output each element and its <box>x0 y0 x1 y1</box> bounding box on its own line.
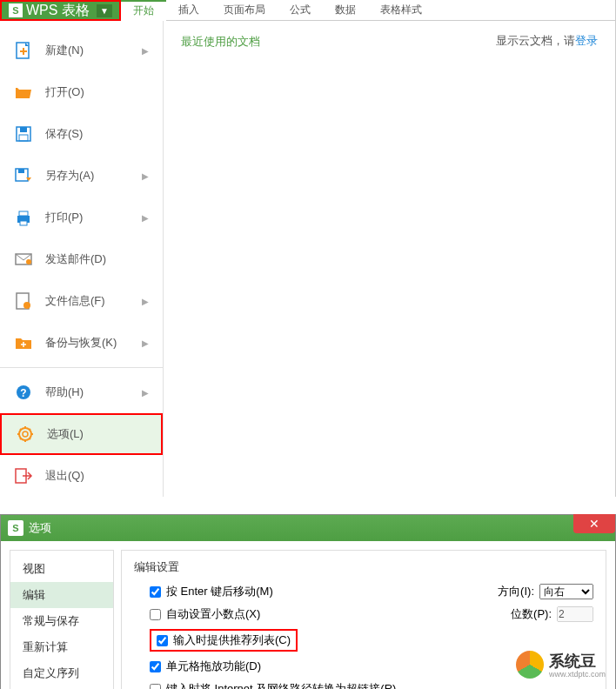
folder-open-icon <box>14 83 33 102</box>
menu-label: 文件信息(F) <box>45 293 142 309</box>
tab-formula[interactable]: 公式 <box>278 0 323 21</box>
menu-label: 打开(O) <box>45 84 149 100</box>
svg-rect-9 <box>19 211 28 216</box>
checkbox-autocomplete[interactable] <box>157 635 168 646</box>
direction-label: 方向(I): <box>498 584 534 599</box>
login-link[interactable]: 登录 <box>575 34 598 47</box>
menu-label: 退出(Q) <box>45 468 149 484</box>
menu-help[interactable]: ? 帮助(H) ▶ <box>0 371 163 413</box>
backup-icon <box>14 333 33 352</box>
checkbox-label: 输入时提供推荐列表(C) <box>173 632 291 648</box>
options-sidebar: 视图 编辑 常规与保存 重新计算 自定义序列 <box>10 550 114 689</box>
checkbox-enter-move[interactable] <box>150 586 161 598</box>
places-label: 位数(P): <box>511 606 552 622</box>
svg-rect-7 <box>18 169 24 173</box>
watermark: 系统豆 www.xtdptc.com <box>516 651 606 679</box>
menu-file-info[interactable]: 文件信息(F) ▶ <box>0 280 163 322</box>
direction-select[interactable]: 向右 <box>539 584 593 599</box>
watermark-logo-icon <box>516 651 544 679</box>
checkbox-label: 自动设置小数点(X) <box>166 606 260 622</box>
svg-point-17 <box>19 428 31 440</box>
gear-icon <box>16 425 35 444</box>
close-button[interactable]: ✕ <box>573 514 615 533</box>
dropdown-icon[interactable]: ▼ <box>97 4 112 17</box>
menu-save[interactable]: 保存(S) <box>0 113 163 155</box>
menu-new[interactable]: 新建(N) ▶ <box>0 30 163 71</box>
setting-enter-move: 按 Enter 键后移动(M) 方向(I): 向右 <box>150 584 593 599</box>
svg-point-14 <box>23 302 30 309</box>
sidebar-recalc[interactable]: 重新计算 <box>10 634 113 660</box>
settings-heading: 编辑设置 <box>134 559 593 575</box>
menu-print[interactable]: 打印(P) ▶ <box>0 197 163 238</box>
checkbox-auto-decimal[interactable] <box>150 609 161 620</box>
menu-label: 发送邮件(D) <box>45 251 149 267</box>
menu-backup-restore[interactable]: 备份与恢复(K) ▶ <box>0 322 163 364</box>
menu-label: 新建(N) <box>45 43 142 58</box>
chevron-right-icon: ▶ <box>142 297 149 306</box>
dialog-title: 选项 <box>29 520 608 536</box>
sidebar-general-save[interactable]: 常规与保存 <box>10 608 113 634</box>
save-icon <box>14 124 33 144</box>
menu-send-mail[interactable]: 发送邮件(D) <box>0 238 163 280</box>
exit-icon <box>14 466 33 485</box>
menu-label: 另存为(A) <box>45 168 142 184</box>
tab-insert[interactable]: 插入 <box>166 0 211 21</box>
help-icon: ? <box>14 383 33 402</box>
places-input[interactable] <box>557 606 593 622</box>
menu-label: 帮助(H) <box>45 385 142 400</box>
save-as-icon <box>14 166 33 185</box>
mail-icon <box>14 250 33 269</box>
sidebar-custom-list[interactable]: 自定义序列 <box>10 660 113 686</box>
chevron-right-icon: ▶ <box>142 171 149 181</box>
app-name: WPS 表格 <box>26 2 90 20</box>
menu-label: 选项(L) <box>47 426 147 442</box>
menu-save-as[interactable]: 另存为(A) ▶ <box>0 155 163 197</box>
chevron-right-icon: ▶ <box>142 338 149 348</box>
spreadsheet-icon: S <box>8 520 23 536</box>
menu-divider <box>0 367 163 368</box>
menu-label: 备份与恢复(K) <box>45 335 142 351</box>
svg-rect-4 <box>20 127 27 132</box>
watermark-brand: 系统豆 <box>549 651 606 672</box>
menu-open[interactable]: 打开(O) <box>0 71 163 113</box>
sidebar-view[interactable]: 视图 <box>10 556 113 582</box>
checkbox-drag-drop[interactable] <box>150 661 161 672</box>
chevron-right-icon: ▶ <box>142 388 149 398</box>
menu-label: 打印(P) <box>45 210 142 225</box>
menu-exit[interactable]: 退出(Q) <box>0 455 163 497</box>
tab-layout[interactable]: 页面布局 <box>211 0 278 21</box>
svg-point-18 <box>23 431 28 437</box>
checkbox-label: 键入时将 Internet 及网络路径转换为超链接(R) <box>166 681 396 689</box>
cloud-docs-text: 显示云文档，请登录 <box>496 33 598 49</box>
file-info-icon <box>14 291 33 311</box>
ribbon-tabs: 开始 插入 页面布局 公式 数据 表格样式 <box>121 0 615 21</box>
svg-rect-10 <box>20 221 27 225</box>
tab-tablestyle[interactable]: 表格样式 <box>368 0 434 21</box>
file-menu-sidebar: 新建(N) ▶ 打开(O) 保存(S) 另存为(A) ▶ 打印( <box>0 21 164 497</box>
recent-docs-panel: 最近使用的文档 显示云文档，请登录 <box>164 21 615 497</box>
recent-docs-heading: 最近使用的文档 <box>181 35 260 48</box>
spreadsheet-icon: S <box>9 3 23 17</box>
chevron-right-icon: ▶ <box>142 213 149 223</box>
setting-auto-decimal: 自动设置小数点(X) 位数(P): <box>150 606 593 622</box>
svg-point-12 <box>26 259 31 264</box>
checkbox-label: 单元格拖放功能(D) <box>166 659 261 674</box>
app-header: S WPS 表格 ▼ 开始 插入 页面布局 公式 数据 表格样式 <box>0 0 615 21</box>
print-icon <box>14 208 33 227</box>
dialog-title-bar: S 选项 ✕ <box>1 515 615 541</box>
menu-options[interactable]: 选项(L) <box>0 413 163 455</box>
chevron-right-icon: ▶ <box>142 46 149 56</box>
setting-autocomplete: 输入时提供推荐列表(C) <box>150 629 593 652</box>
watermark-url: www.xtdptc.com <box>549 670 606 679</box>
checkbox-hyperlink[interactable] <box>150 684 161 690</box>
svg-text:?: ? <box>20 387 26 399</box>
checkbox-label: 按 Enter 键后移动(M) <box>166 584 273 599</box>
sidebar-edit[interactable]: 编辑 <box>10 582 113 608</box>
tab-start[interactable]: 开始 <box>121 0 166 21</box>
file-menu: 新建(N) ▶ 打开(O) 保存(S) 另存为(A) ▶ 打印( <box>0 21 615 497</box>
setting-hyperlink: 键入时将 Internet 及网络路径转换为超链接(R) <box>150 681 593 689</box>
app-title[interactable]: S WPS 表格 ▼ <box>0 0 121 21</box>
new-file-icon <box>14 41 33 60</box>
tab-data[interactable]: 数据 <box>323 0 368 21</box>
menu-label: 保存(S) <box>45 126 149 142</box>
